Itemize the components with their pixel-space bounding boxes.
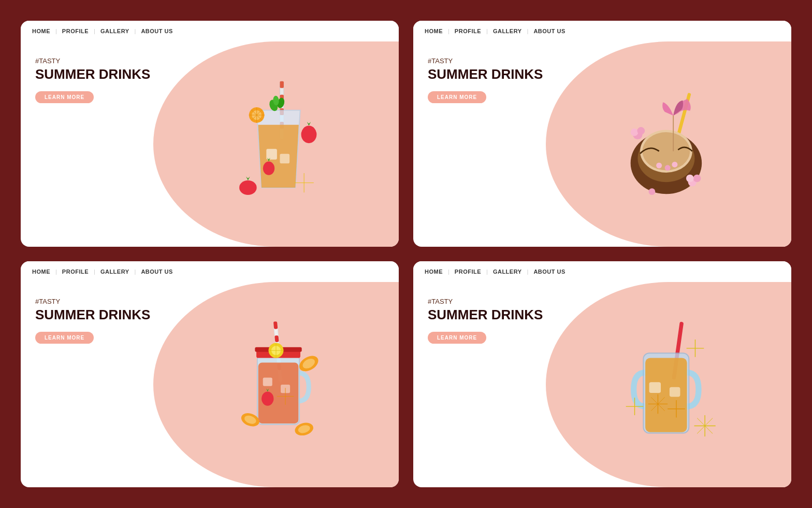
svg-rect-69: [670, 387, 680, 397]
title-3: SUMMER DRINKS: [35, 307, 150, 322]
svg-rect-40: [273, 321, 278, 329]
svg-rect-68: [649, 382, 660, 393]
nav-gallery-4[interactable]: GALLERY: [493, 269, 522, 275]
svg-point-30: [630, 129, 638, 136]
svg-point-27: [642, 132, 690, 170]
drink-3: [153, 282, 399, 487]
svg-point-36: [656, 163, 662, 168]
card-body-1: #TASTY SUMMER DRINKS LEARN MORE: [21, 41, 399, 247]
nav-gallery-3[interactable]: GALLERY: [100, 269, 129, 275]
nav-about-1[interactable]: ABOUT US: [141, 28, 172, 34]
drink-1: [153, 41, 399, 247]
learn-btn-1[interactable]: LEARN MORE: [35, 91, 94, 103]
nav-profile-2[interactable]: PROFILE: [455, 28, 481, 34]
card-body-4: #TASTY SUMMER DRINKS LEARN MORE: [413, 282, 791, 487]
nav-profile-3[interactable]: PROFILE: [62, 269, 89, 275]
title-1: SUMMER DRINKS: [35, 67, 150, 82]
svg-point-7: [263, 162, 274, 175]
hashtag-2: #TASTY: [428, 57, 543, 65]
learn-btn-2[interactable]: LEARN MORE: [428, 91, 486, 103]
main-grid: HOME | PROFILE | GALLERY | ABOUT US #TAS…: [0, 0, 812, 508]
nav-gallery-1[interactable]: GALLERY: [100, 28, 129, 34]
nav-about-3[interactable]: ABOUT US: [141, 269, 172, 275]
learn-btn-4[interactable]: LEARN MORE: [428, 332, 486, 344]
text-area-4: #TASTY SUMMER DRINKS LEARN MORE: [428, 298, 543, 344]
svg-rect-67: [645, 358, 687, 432]
card-body-2: #TASTY SUMMER DRINKS LEARN MORE: [413, 41, 791, 247]
card-2: HOME | PROFILE | GALLERY | ABOUT US #TAS…: [413, 21, 791, 247]
text-area-2: #TASTY SUMMER DRINKS LEARN MORE: [428, 57, 543, 103]
drink-4: [546, 282, 792, 487]
hashtag-1: #TASTY: [35, 57, 150, 65]
hashtag-3: #TASTY: [35, 298, 150, 305]
svg-rect-48: [263, 377, 272, 386]
card-body-3: #TASTY SUMMER DRINKS LEARN MORE: [21, 282, 399, 487]
svg-point-50: [262, 392, 273, 406]
card-3: HOME | PROFILE | GALLERY | ABOUT US #TAS…: [21, 261, 399, 487]
text-area-3: #TASTY SUMMER DRINKS LEARN MORE: [35, 298, 150, 344]
hashtag-4: #TASTY: [428, 298, 543, 305]
nav-4: HOME | PROFILE | GALLERY | ABOUT US: [413, 261, 791, 282]
nav-gallery-2[interactable]: GALLERY: [493, 28, 522, 34]
nav-home-3[interactable]: HOME: [32, 269, 50, 275]
nav-2: HOME | PROFILE | GALLERY | ABOUT US: [413, 21, 791, 41]
svg-rect-1: [280, 81, 283, 88]
title-2: SUMMER DRINKS: [428, 67, 543, 82]
nav-home-4[interactable]: HOME: [425, 269, 443, 275]
nav-about-2[interactable]: ABOUT US: [533, 28, 565, 34]
nav-profile-1[interactable]: PROFILE: [62, 28, 89, 34]
nav-1: HOME | PROFILE | GALLERY | ABOUT US: [21, 21, 399, 41]
svg-rect-5: [266, 149, 277, 160]
svg-point-33: [693, 175, 701, 182]
svg-rect-6: [280, 154, 289, 164]
card-1: HOME | PROFILE | GALLERY | ABOUT US #TAS…: [21, 21, 399, 247]
svg-point-34: [686, 175, 694, 182]
svg-rect-41: [274, 335, 279, 342]
card-4: HOME | PROFILE | GALLERY | ABOUT US #TAS…: [413, 261, 791, 487]
nav-home-2[interactable]: HOME: [425, 28, 443, 34]
nav-about-4[interactable]: ABOUT US: [533, 269, 565, 275]
svg-point-18: [239, 180, 257, 195]
svg-point-17: [301, 126, 316, 144]
svg-point-38: [672, 162, 677, 167]
svg-point-31: [637, 127, 645, 135]
svg-point-35: [648, 188, 655, 195]
svg-point-37: [664, 165, 670, 171]
nav-home-1[interactable]: HOME: [32, 28, 50, 34]
title-4: SUMMER DRINKS: [428, 307, 543, 322]
text-area-1: #TASTY SUMMER DRINKS LEARN MORE: [35, 57, 150, 103]
nav-profile-4[interactable]: PROFILE: [455, 269, 481, 275]
nav-3: HOME | PROFILE | GALLERY | ABOUT US: [21, 261, 399, 282]
learn-btn-3[interactable]: LEARN MORE: [35, 332, 94, 344]
drink-2: [546, 41, 792, 247]
